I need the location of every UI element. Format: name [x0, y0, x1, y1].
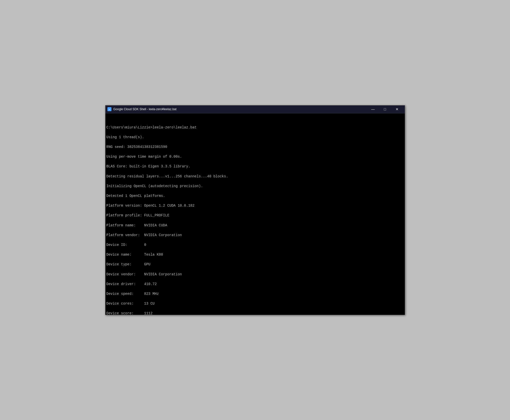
terminal-line: Device cores: 13 CU: [106, 301, 404, 306]
maximize-button[interactable]: □: [379, 105, 391, 113]
app-icon: ☁: [107, 107, 111, 111]
terminal-window: ☁ Google Cloud SDK Shell - leela-zero¥le…: [105, 105, 405, 315]
terminal-line: C:\Users\miura\Lizzie>leela-zero\leelaz.…: [106, 125, 404, 130]
terminal-output[interactable]: C:\Users\miura\Lizzie>leela-zero\leelaz.…: [105, 113, 405, 315]
terminal-line: Detected 1 OpenCL platforms.: [106, 194, 404, 199]
terminal-line: Platform vendor: NVIDIA Corporation: [106, 233, 404, 238]
close-button[interactable]: ✕: [391, 105, 403, 113]
terminal-line: Device driver: 410.72: [106, 282, 404, 287]
terminal-line: BLAS Core: built-in Eigen 3.3.5 library.: [106, 164, 404, 169]
terminal-line: Device vendor: NVIDIA Corporation: [106, 272, 404, 277]
terminal-line: Using 1 thread(s).: [106, 135, 404, 140]
terminal-line: Platform name: NVIDIA CUDA: [106, 223, 404, 228]
terminal-line: Device ID: 0: [106, 243, 404, 248]
window-controls: — □ ✕: [367, 105, 403, 113]
terminal-line: Device type: GPU: [106, 262, 404, 267]
terminal-line: Using per-move time margin of 0.00s.: [106, 154, 404, 159]
terminal-line: Platform profile: FULL_PROFILE: [106, 213, 404, 218]
terminal-line: RNG seed: 382538413831238159​0: [106, 145, 404, 150]
terminal-line: Platform version: OpenCL 1.2 CUDA 10.0.1…: [106, 203, 404, 208]
minimize-button[interactable]: —: [367, 105, 379, 113]
terminal-line: Detecting residual layers...v1...256 cha…: [106, 174, 404, 179]
titlebar: ☁ Google Cloud SDK Shell - leela-zero¥le…: [105, 105, 405, 113]
window-title: Google Cloud SDK Shell - leela-zero¥leel…: [113, 107, 367, 111]
terminal-line: Initializing OpenCL (autodetecting preci…: [106, 184, 404, 189]
terminal-line: Device name: Tesla K80: [106, 252, 404, 257]
terminal-line: Device score: 1112: [106, 311, 404, 315]
terminal-line: Device speed: 823 MHz: [106, 292, 404, 297]
